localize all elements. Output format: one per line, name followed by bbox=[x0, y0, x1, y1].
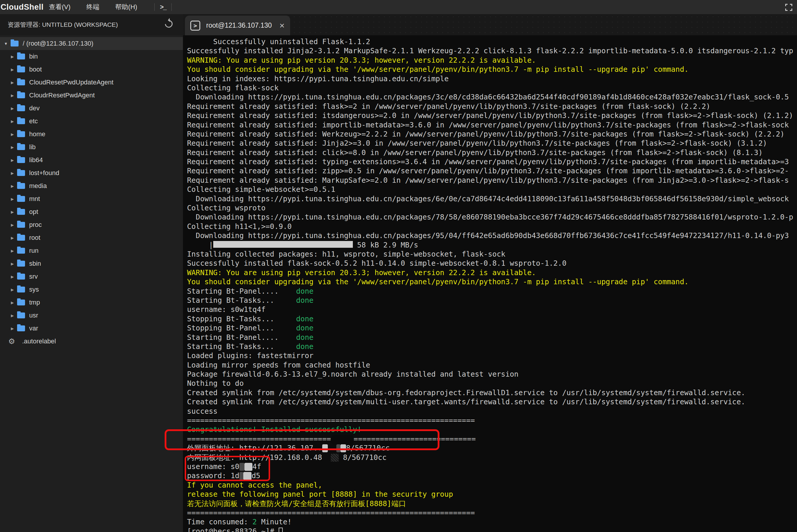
sidebar-item-lib64[interactable]: ▶lib64 bbox=[0, 154, 183, 167]
chevron-down-icon[interactable]: ▼ bbox=[3, 41, 9, 46]
chevron-right-icon[interactable]: ▶ bbox=[10, 93, 15, 98]
chevron-right-icon[interactable]: ▶ bbox=[10, 300, 15, 305]
chevron-right-icon[interactable]: ▶ bbox=[10, 287, 15, 292]
sidebar-item-lib[interactable]: ▶lib bbox=[0, 141, 183, 154]
tree-item-label: var bbox=[29, 325, 38, 332]
terminal-tab[interactable]: > root@121.36.107.130 × bbox=[185, 16, 290, 35]
sidebar-item-lost+found[interactable]: ▶lost+found bbox=[0, 167, 183, 179]
folder-icon bbox=[17, 92, 25, 98]
terminal-text: Downloading https://pypi.tuna.tsinghua.e… bbox=[187, 194, 789, 203]
terminal-line: Collecting flask-sock bbox=[187, 83, 797, 92]
download-progress-bar bbox=[213, 241, 353, 248]
terminal-text: Requirement already satisfied: Jinja2>=3… bbox=[187, 139, 767, 147]
sidebar-item-CloudResetPwdUpdateAgent[interactable]: ▶CloudResetPwdUpdateAgent bbox=[0, 76, 183, 89]
chevron-right-icon[interactable]: ▶ bbox=[10, 68, 15, 72]
tree-item-label: sys bbox=[29, 286, 39, 293]
chevron-right-icon[interactable]: ▶ bbox=[10, 223, 15, 227]
sidebar-item-bin[interactable]: ▶bin bbox=[0, 50, 183, 63]
sidebar-item-CloudrResetPwdAgent[interactable]: ▶CloudrResetPwdAgent bbox=[0, 89, 183, 102]
sidebar-item-root[interactable]: ▶root bbox=[0, 231, 183, 244]
sidebar-item-usr[interactable]: ▶usr bbox=[0, 309, 183, 322]
terminal-line: Collecting h11<1,>=0.9.0 bbox=[187, 222, 797, 231]
chevron-right-icon[interactable]: ▶ bbox=[10, 326, 15, 331]
sidebar-item-var[interactable]: ▶var bbox=[0, 322, 183, 335]
terminal-text: Created symlink from /etc/systemd/system… bbox=[187, 398, 745, 406]
folder-icon bbox=[17, 183, 25, 189]
chevron-right-icon[interactable]: ▶ bbox=[10, 80, 15, 85]
sidebar-item-home[interactable]: ▶home bbox=[0, 128, 183, 141]
chevron-right-icon[interactable]: ▶ bbox=[10, 171, 15, 175]
terminal-text: ========================================… bbox=[187, 416, 475, 424]
terminal-text: Collecting flask-sock bbox=[187, 83, 278, 92]
sidebar-item-tmp[interactable]: ▶tmp bbox=[0, 296, 183, 309]
sidebar-item-sbin[interactable]: ▶sbin bbox=[0, 257, 183, 270]
chevron-right-icon[interactable]: ▶ bbox=[10, 314, 15, 318]
terminal-text: Requirement already satisfied: MarkupSaf… bbox=[187, 176, 789, 185]
close-icon[interactable]: × bbox=[279, 21, 285, 30]
terminal-line: Stopping Bt-Tasks... done bbox=[187, 314, 797, 323]
chevron-right-icon[interactable]: ▶ bbox=[10, 119, 15, 124]
terminal-text: Time consumed: bbox=[187, 518, 252, 526]
menu-separator bbox=[154, 3, 155, 11]
terminal-line: You should consider upgrading via the '/… bbox=[187, 277, 797, 286]
refresh-icon[interactable] bbox=[163, 19, 174, 30]
terminal-line: Time consumed: 2 Minute! bbox=[187, 517, 797, 527]
terminal-line: Requirement already satisfied: typing-ex… bbox=[187, 157, 797, 166]
terminal-text: Requirement already satisfied: importlib… bbox=[187, 121, 789, 129]
terminal-line: release the following panel port [8888] … bbox=[187, 490, 797, 499]
shell-prompt-icon[interactable]: >_ bbox=[160, 3, 166, 11]
chevron-right-icon[interactable]: ▶ bbox=[10, 145, 15, 150]
chevron-right-icon[interactable]: ▶ bbox=[10, 158, 15, 163]
terminal-text: Requirement already satisfied: typing-ex… bbox=[187, 157, 789, 166]
sidebar-item-run[interactable]: ▶run bbox=[0, 244, 183, 257]
sidebar-item-sys[interactable]: ▶sys bbox=[0, 283, 183, 296]
terminal-line: 若无法访问面板，请检查防火墙/安全组是否有放行面板[8888]端口 bbox=[187, 499, 797, 508]
sidebar-item-dev[interactable]: ▶dev bbox=[0, 102, 183, 115]
chevron-right-icon[interactable]: ▶ bbox=[10, 184, 15, 188]
fullscreen-icon[interactable] bbox=[785, 4, 792, 11]
chevron-right-icon[interactable]: ▶ bbox=[10, 236, 15, 240]
sidebar-item-etc[interactable]: ▶etc bbox=[0, 115, 183, 128]
terminal-line: ========================================… bbox=[187, 416, 797, 425]
menu-view[interactable]: 查看(V) bbox=[45, 3, 74, 12]
chevron-right-icon[interactable]: ▶ bbox=[10, 262, 15, 266]
terminal-text: 8/567710cc bbox=[339, 453, 387, 462]
terminal-line: Starting Bt-Panel.... done bbox=[187, 287, 797, 296]
sidebar-item-proc[interactable]: ▶proc bbox=[0, 218, 183, 231]
terminal-line: Loading mirror speeds from cached hostfi… bbox=[187, 360, 797, 369]
terminal-text: WARNING: You are using pip version 20.3.… bbox=[187, 268, 536, 277]
sidebar-item-autorelabel[interactable]: ⚙.autorelabel bbox=[0, 335, 183, 348]
sidebar-item-boot[interactable]: ▶boot bbox=[0, 63, 183, 76]
terminal-text: Stopping Bt-Tasks... bbox=[187, 315, 296, 323]
terminal-cursor bbox=[278, 528, 283, 532]
sidebar-item-media[interactable]: ▶media bbox=[0, 179, 183, 192]
chevron-right-icon[interactable]: ▶ bbox=[10, 54, 15, 59]
sidebar-item-mnt[interactable]: ▶mnt bbox=[0, 192, 183, 205]
chevron-right-icon[interactable]: ▶ bbox=[10, 106, 15, 111]
terminal-text: done bbox=[296, 296, 313, 305]
terminal-output[interactable]: Successfully uninstalled Flask-1.1.2Succ… bbox=[183, 35, 797, 532]
tree-root-item[interactable]: ▼ / (root@121.36.107.130) bbox=[0, 37, 183, 50]
terminal-line: [root@hecs-88326 ~]# bbox=[187, 527, 797, 532]
chevron-right-icon[interactable]: ▶ bbox=[10, 197, 15, 201]
sidebar-item-srv[interactable]: ▶srv bbox=[0, 270, 183, 283]
menu-terminal[interactable]: 终端 bbox=[82, 3, 103, 12]
terminal-text: Collecting wsproto bbox=[187, 204, 266, 212]
terminal-text: Starting Bt-Panel.... bbox=[187, 333, 296, 342]
terminal-line: Nothing to do bbox=[187, 379, 797, 388]
tree-item-label: dev bbox=[29, 104, 39, 112]
terminal-text: Requirement already satisfied: zipp>=0.5… bbox=[187, 167, 789, 175]
sidebar-item-opt[interactable]: ▶opt bbox=[0, 205, 183, 218]
terminal-line: Created symlink from /etc/systemd/system… bbox=[187, 388, 797, 397]
chevron-right-icon[interactable]: ▶ bbox=[10, 274, 15, 279]
tree-item-label: etc bbox=[29, 117, 38, 125]
chevron-right-icon[interactable]: ▶ bbox=[10, 132, 15, 136]
terminal-line: Downloading https://pypi.tuna.tsinghua.e… bbox=[187, 194, 797, 203]
terminal-text: done bbox=[296, 315, 313, 323]
chevron-right-icon[interactable]: ▶ bbox=[10, 210, 15, 214]
chevron-right-icon[interactable]: ▶ bbox=[10, 249, 15, 253]
tree-item-label: mnt bbox=[29, 195, 40, 203]
folder-icon bbox=[17, 54, 25, 59]
menu-help[interactable]: 帮助(H) bbox=[111, 3, 141, 12]
tree-item-label: .autorelabel bbox=[22, 338, 56, 345]
